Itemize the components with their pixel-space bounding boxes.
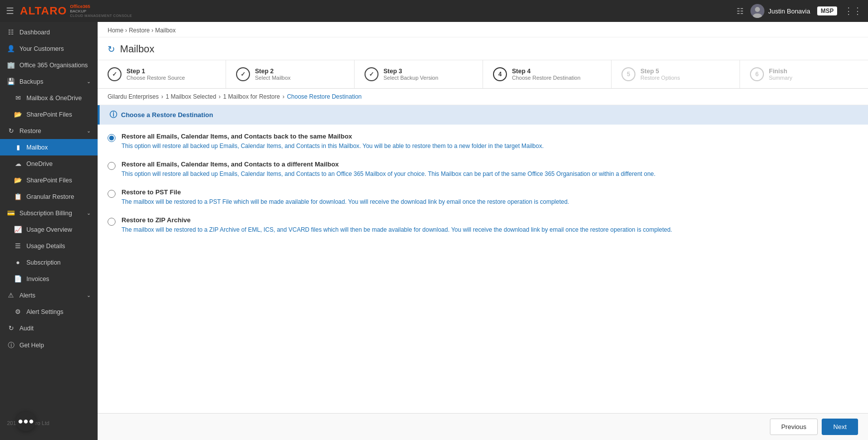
sidebar-item-granular[interactable]: 📋 Granular Restore — [0, 188, 98, 205]
sidebar-item-usage-details[interactable]: ☰ Usage Details — [0, 238, 98, 254]
step-4: 4 Step 4 Choose Restore Destination — [483, 60, 612, 88]
sidebar-group-subscription[interactable]: 💳 Subscription Billing ⌄ — [0, 205, 98, 221]
previous-button[interactable]: Previous — [770, 419, 818, 435]
help-icon: ⓘ — [7, 341, 15, 350]
step-3: ✓ Step 3 Select Backup Version — [355, 60, 483, 88]
sidebar-restore-label: Restore — [19, 128, 41, 135]
sidebar-item-o365[interactable]: 🏢 Office 365 Organisations — [0, 57, 98, 73]
sidebar-backups-label: Backups — [19, 78, 43, 85]
option-item-3: Restore to PST File The mailbox will be … — [108, 188, 858, 206]
step1-circle: ✓ — [108, 67, 122, 81]
step2-sublabel: Select Mailbox — [255, 75, 291, 81]
sidebar-item-get-help[interactable]: ⓘ Get Help — [0, 336, 98, 354]
alerts-group-icon: ⚠ — [7, 292, 15, 299]
svg-point-1 — [755, 7, 760, 12]
sidebar-item-sharepoint-restore[interactable]: 📂 SharePoint Files — [0, 172, 98, 188]
option-3-radio[interactable] — [108, 190, 116, 198]
scroll-content: ⓘ Choose a Restore Destination Restore a… — [98, 105, 868, 413]
option-1-desc: This option will restore all backed up E… — [122, 142, 858, 150]
step3-text: Step 3 Select Backup Version — [383, 68, 438, 81]
step3-sublabel: Select Backup Version — [383, 75, 438, 81]
logo-area: ALTARO Office365 BACKUP CLOUD MANAGEMENT… — [20, 4, 132, 17]
option-item-4: Restore to ZIP Archive The mailbox will … — [108, 216, 858, 234]
topnav-right: ☷ Justin Bonavia MSP ⋮⋮ — [737, 4, 862, 18]
sidebar-item-alert-settings[interactable]: ⚙ Alert Settings — [0, 303, 98, 320]
alert-settings-icon: ⚙ — [14, 308, 22, 315]
step1-label: Step 1 — [126, 68, 185, 75]
chat-icon: ●●● — [18, 416, 34, 427]
invoices-icon: 📄 — [14, 275, 22, 283]
sidebar-item-mailbox-onedrive[interactable]: ✉ Mailbox & OneDrive — [0, 90, 98, 106]
sub-bc-current: Choose Restore Destination — [287, 93, 362, 100]
step2-text: Step 2 Select Mailbox — [255, 68, 291, 81]
subscription-icon: ● — [14, 259, 22, 266]
chat-bubble[interactable]: ●●● — [16, 411, 36, 431]
info-heading: Choose a Restore Destination — [121, 111, 213, 119]
sidebar-customers-label: Your Customers — [19, 45, 64, 52]
option-3-title: Restore to PST File — [122, 188, 858, 196]
hamburger-menu-icon[interactable]: ☰ — [6, 5, 14, 16]
sidebar-alert-settings-label: Alert Settings — [26, 308, 63, 315]
sidebar-invoices-label: Invoices — [26, 276, 49, 283]
sidebar-item-onedrive[interactable]: ☁ OneDrive — [0, 155, 98, 172]
breadcrumb-restore: Restore — [129, 27, 150, 34]
sidebar-dashboard-label: Dashboard — [19, 29, 50, 36]
option-4-radio[interactable] — [108, 218, 116, 226]
sidebar-item-audit[interactable]: ↻ Audit — [0, 320, 98, 336]
main-layout: ☷ Dashboard 👤 Your Customers 🏢 Office 36… — [0, 22, 868, 440]
option-4-desc: The mailbox will be restored to a ZIP Ar… — [122, 225, 858, 234]
option-1-radio[interactable] — [108, 134, 116, 142]
sidebar-group-alerts[interactable]: ⚠ Alerts ⌄ — [0, 287, 98, 303]
mailbox-icon: ✉ — [14, 94, 22, 102]
refresh-icon[interactable]: ↻ — [108, 44, 115, 55]
sidebar-item-subscription[interactable]: ● Subscription — [0, 254, 98, 271]
sidebar-item-customers[interactable]: 👤 Your Customers — [0, 40, 98, 57]
next-button[interactable]: Next — [822, 419, 858, 435]
customers-icon: 👤 — [7, 45, 15, 52]
content-area: Home › Restore › Mailbox ↻ Mailbox ✓ Ste… — [98, 22, 868, 440]
bottom-bar: Previous Next — [98, 413, 868, 440]
avatar — [750, 4, 764, 18]
steps-wizard: ✓ Step 1 Choose Restore Source ✓ Step 2 … — [98, 60, 868, 89]
sharepoint-restore-icon: 📂 — [14, 176, 22, 184]
grid-icon[interactable]: ⋮⋮ — [844, 5, 862, 16]
list-icon[interactable]: ☷ — [737, 6, 744, 16]
topnav-left: ☰ ALTARO Office365 BACKUP CLOUD MANAGEME… — [6, 4, 132, 17]
step1-sublabel: Choose Restore Source — [126, 75, 185, 81]
sidebar-item-usage-overview[interactable]: 📈 Usage Overview — [0, 221, 98, 238]
page-title: Mailbox — [120, 43, 154, 55]
sub-bc-part3: 1 Mailbox for Restore — [223, 93, 280, 100]
sidebar-item-dashboard[interactable]: ☷ Dashboard — [0, 24, 98, 40]
sub-breadcrumb: Gilardu Enterprises › 1 Mailbox Selected… — [98, 89, 868, 105]
sidebar-sharepoint-backups-label: SharePoint Files — [26, 111, 72, 118]
sidebar-group-restore[interactable]: ↻ Restore ⌄ — [0, 123, 98, 139]
sidebar-group-backups[interactable]: 💾 Backups ⌄ — [0, 73, 98, 90]
sidebar-o365-label: Office 365 Organisations — [19, 62, 88, 69]
granular-icon: 📋 — [14, 193, 22, 200]
sidebar-item-sharepoint-backups[interactable]: 📂 SharePoint Files — [0, 106, 98, 123]
sidebar: ☷ Dashboard 👤 Your Customers 🏢 Office 36… — [0, 22, 98, 440]
sidebar-audit-label: Audit — [19, 325, 34, 332]
sidebar-restore-sub: ▮ Mailbox ☁ OneDrive 📂 SharePoint Files … — [0, 139, 98, 205]
sidebar-subscription-label: Subscription — [26, 259, 61, 266]
option-4-title: Restore to ZIP Archive — [122, 216, 858, 224]
office365-logo-text: Office365 BACKUP CLOUD MANAGEMENT CONSOL… — [70, 4, 132, 17]
sidebar-item-invoices[interactable]: 📄 Invoices — [0, 271, 98, 287]
sidebar-mailbox-label: Mailbox — [26, 144, 48, 151]
step6-number: 6 — [755, 71, 759, 78]
info-icon: ⓘ — [110, 110, 117, 120]
breadcrumb-mailbox: Mailbox — [155, 27, 175, 34]
step-6: 6 Finish Summary — [740, 60, 868, 88]
subscription-chevron-icon: ⌄ — [87, 210, 91, 216]
step5-sublabel: Restore Options — [640, 75, 680, 81]
step2-circle: ✓ — [236, 67, 250, 81]
step-1: ✓ Step 1 Choose Restore Source — [98, 60, 226, 88]
step-5: 5 Step 5 Restore Options — [612, 60, 740, 88]
option-2-radio[interactable] — [108, 162, 116, 170]
option-2-desc: This option will restore all backed up E… — [122, 169, 858, 178]
option-3-desc: The mailbox will be restored to a PST Fi… — [122, 197, 858, 206]
sidebar-subscription-billing-label: Subscription Billing — [19, 210, 72, 217]
sidebar-granular-label: Granular Restore — [26, 193, 74, 200]
sidebar-item-mailbox[interactable]: ▮ Mailbox — [0, 139, 98, 155]
user-area[interactable]: Justin Bonavia — [750, 4, 810, 18]
